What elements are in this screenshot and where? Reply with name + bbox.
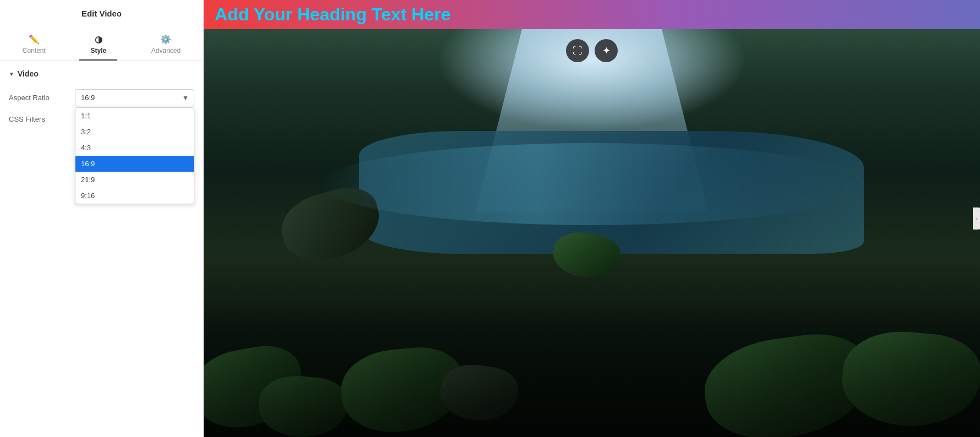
tab-content-label: Content [23,47,46,54]
css-filters-label: CSS Filters [9,115,75,123]
section-arrow: ▼ [9,71,14,77]
heading-bar: Add Your Heading Text Here [204,0,980,29]
option-4-3[interactable]: 4:3 [75,140,194,156]
aspect-ratio-dropdown: 1:1 3:2 4:3 16:9 21:9 9:16 [75,107,194,204]
style-icon: ◑ [95,34,102,45]
aspect-ratio-select-wrapper: 1:1 3:2 4:3 16:9 21:9 9:16 ▼ 1:1 3:2 4:3… [75,89,194,106]
bottom-shadow [204,294,980,437]
tab-content[interactable]: ✏️ Content [12,30,57,60]
magic-button[interactable]: ✦ [595,39,618,62]
option-16-9[interactable]: 16:9 [75,156,194,172]
fullscreen-button[interactable]: ⛶ [566,39,589,62]
tab-style-label: Style [90,47,106,54]
content-icon: ✏️ [29,34,40,45]
fullscreen-icon: ⛶ [573,45,582,57]
panel-content: ▼ Video Aspect Ratio 1:1 3:2 4:3 16:9 21… [0,61,203,437]
tab-style[interactable]: ◑ Style [79,30,117,60]
magic-icon: ✦ [602,45,611,57]
aspect-ratio-row: Aspect Ratio 1:1 3:2 4:3 16:9 21:9 9:16 … [9,89,194,106]
ripples [320,143,864,225]
aspect-ratio-label: Aspect Ratio [9,94,75,102]
right-area: Add Your Heading Text Here [204,0,980,437]
section-header: ▼ Video [9,69,194,78]
section-label: Video [18,69,39,78]
video-controls: ⛶ ✦ [566,39,618,62]
video-scene [204,29,980,437]
heading-text: Add Your Heading Text Here [215,4,451,25]
aspect-ratio-select[interactable]: 1:1 3:2 4:3 16:9 21:9 9:16 [75,89,194,106]
panel-title: Edit Video [0,0,203,25]
option-9-16[interactable]: 9:16 [75,188,194,204]
left-panel: Edit Video ✏️ Content ◑ Style ⚙️ Advance… [0,0,204,437]
tabs-bar: ✏️ Content ◑ Style ⚙️ Advanced [0,25,203,61]
tab-advanced-label: Advanced [151,47,181,54]
option-21-9[interactable]: 21:9 [75,172,194,188]
option-3-2[interactable]: 3:2 [75,124,194,140]
tab-advanced[interactable]: ⚙️ Advanced [140,30,192,60]
video-container: ⛶ ✦ [204,29,980,437]
option-1-1[interactable]: 1:1 [75,108,194,124]
advanced-icon: ⚙️ [160,34,171,45]
